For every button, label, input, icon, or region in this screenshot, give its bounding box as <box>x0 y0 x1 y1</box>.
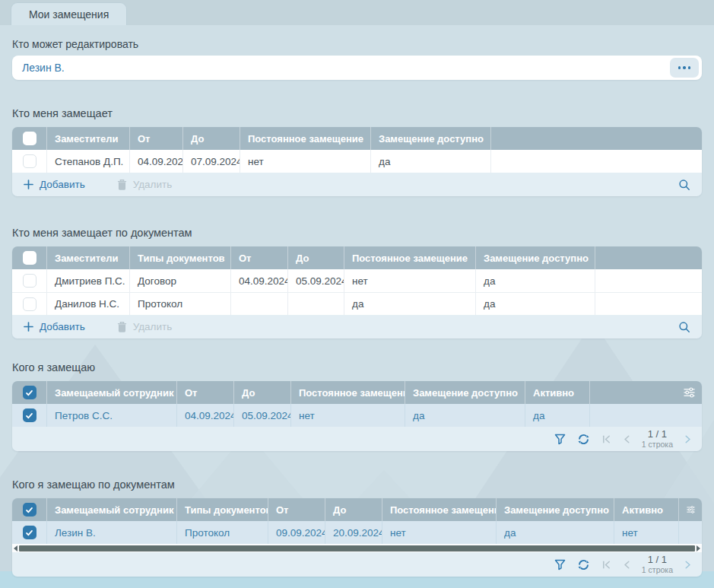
column-header[interactable]: Замещение доступно <box>496 498 614 521</box>
table-whom-i-replace: Замещаемый сотрудникОтДоПостоянное замещ… <box>12 381 702 451</box>
tab-my-substitutions[interactable]: Мои замещения <box>11 2 127 25</box>
delete-button[interactable]: Удалить <box>117 179 173 190</box>
row-checkbox[interactable] <box>23 297 36 311</box>
prev-page-button[interactable] <box>623 560 630 570</box>
column-settings-icon[interactable] <box>684 387 695 398</box>
filter-icon <box>554 434 566 445</box>
filter-icon <box>554 559 566 571</box>
table-cell: 20.09.2024 <box>325 521 382 544</box>
column-header-label: До <box>333 504 346 516</box>
table-cell: 04.09.2024 <box>230 269 287 292</box>
column-header[interactable]: Типы документов <box>176 498 268 521</box>
table-row[interactable]: Степанов Д.П.04.09.202407.09.2024нетда <box>12 150 702 173</box>
table-header: Замещаемый сотрудникТипы документовОтДоП… <box>12 498 702 521</box>
first-page-icon <box>601 434 611 444</box>
next-page-button[interactable] <box>684 434 692 444</box>
section-title-whom-i-replace: Кого я замещаю <box>12 361 702 374</box>
column-header[interactable]: Заместители <box>46 246 129 269</box>
filter-button[interactable] <box>554 434 566 445</box>
first-page-icon <box>601 560 611 570</box>
select-all-checkbox[interactable] <box>23 132 36 145</box>
table-cell: Протокол <box>129 293 230 315</box>
search-button[interactable] <box>678 179 690 191</box>
refresh-button[interactable] <box>577 558 590 571</box>
column-header[interactable]: Постоянное замещение <box>290 381 405 404</box>
column-header[interactable]: Типы документов <box>129 246 230 269</box>
row-checkbox[interactable] <box>23 526 36 539</box>
scroll-right-icon[interactable] <box>697 545 700 551</box>
table-cell: Степанов Д.П. <box>46 150 129 173</box>
editor-input[interactable]: Лезин В. <box>12 56 702 80</box>
scroll-left-icon[interactable] <box>14 545 17 551</box>
table-footer: 1 / 1 1 строка <box>12 552 702 577</box>
column-header[interactable]: Замещение доступно <box>405 381 525 404</box>
column-header[interactable]: От <box>268 498 325 521</box>
table-footer: Добавить Удалить <box>12 315 702 338</box>
column-header[interactable]: Замещаемый сотрудник <box>46 381 176 404</box>
next-page-button[interactable] <box>684 560 692 570</box>
column-settings-icon[interactable] <box>687 504 695 515</box>
select-all-checkbox[interactable] <box>23 251 36 265</box>
row-checkbox[interactable] <box>23 408 36 422</box>
column-header-label: От <box>138 133 150 145</box>
trash-icon <box>117 321 127 332</box>
column-header-label: От <box>276 504 288 516</box>
scrollbar-thumb[interactable] <box>19 545 695 551</box>
column-header[interactable]: От <box>176 381 233 404</box>
column-header[interactable]: До <box>233 381 290 404</box>
first-page-button[interactable] <box>601 434 611 444</box>
column-header[interactable]: Активно <box>525 381 589 404</box>
table-cell: Договор <box>129 269 230 292</box>
table-row[interactable]: Лезин В.Протокол09.09.202420.09.2024нетд… <box>12 521 702 544</box>
table-cell: да <box>475 269 595 292</box>
row-checkbox[interactable] <box>23 154 36 168</box>
table-row[interactable]: Дмитриев П.С.Договор04.09.202405.09.2024… <box>12 269 702 292</box>
column-header[interactable]: От <box>129 127 182 150</box>
page-info: 1 / 1 1 строка <box>642 429 673 449</box>
column-header[interactable]: Постоянное замещение <box>240 127 370 150</box>
column-header-label: Типы документов <box>185 504 268 516</box>
first-page-button[interactable] <box>601 560 611 570</box>
table-row[interactable]: Данилов Н.С.Протоколдада <box>12 292 702 315</box>
table-header: Замещаемый сотрудникОтДоПостоянное замещ… <box>12 381 702 404</box>
rows-count: 1 строка <box>642 566 673 574</box>
row-filler-cell <box>589 404 702 427</box>
add-button[interactable]: Добавить <box>24 321 85 332</box>
add-button[interactable]: Добавить <box>24 179 85 190</box>
editor-input-value: Лезин В. <box>22 62 670 74</box>
column-header[interactable]: Замещение доступно <box>475 246 595 269</box>
column-header[interactable]: Постоянное замещение <box>382 498 496 521</box>
prev-page-icon <box>623 560 630 570</box>
ellipsis-button[interactable] <box>670 58 699 78</box>
select-all-checkbox[interactable] <box>23 503 36 516</box>
column-header[interactable]: От <box>230 246 287 269</box>
table-cell: 09.09.2024 <box>268 521 325 544</box>
column-header[interactable]: Постоянное замещение <box>344 246 475 269</box>
column-header[interactable]: До <box>325 498 382 521</box>
table-row[interactable]: Петров С.С.04.09.202405.09.2024нетдада <box>12 404 702 427</box>
refresh-button[interactable] <box>577 433 590 446</box>
search-button[interactable] <box>678 321 690 333</box>
row-checkbox-cell <box>12 293 46 315</box>
column-header-label: Постоянное замещение <box>390 504 496 516</box>
table-cell: Лезин В. <box>46 521 176 544</box>
column-header[interactable]: Заместители <box>46 127 129 150</box>
table-footer: Добавить Удалить <box>12 173 702 196</box>
header-filler-cell <box>678 498 702 521</box>
column-header[interactable]: Замещение доступно <box>370 127 490 150</box>
row-filler-cell <box>595 269 702 292</box>
table-cell: Данилов Н.С. <box>46 293 129 315</box>
select-all-checkbox[interactable] <box>23 386 36 399</box>
column-header[interactable]: До <box>287 246 344 269</box>
filter-button[interactable] <box>554 559 566 571</box>
column-header[interactable]: До <box>182 127 240 150</box>
table-cell <box>230 293 287 315</box>
column-header-label: Активно <box>533 387 574 399</box>
delete-button[interactable]: Удалить <box>117 321 173 332</box>
column-header[interactable]: Замещаемый сотрудник <box>46 498 176 521</box>
horizontal-scrollbar[interactable] <box>12 544 702 552</box>
column-header[interactable]: Активно <box>614 498 678 521</box>
table-cell: 04.09.2024 <box>176 404 233 427</box>
row-checkbox[interactable] <box>23 274 36 288</box>
prev-page-button[interactable] <box>623 434 630 444</box>
